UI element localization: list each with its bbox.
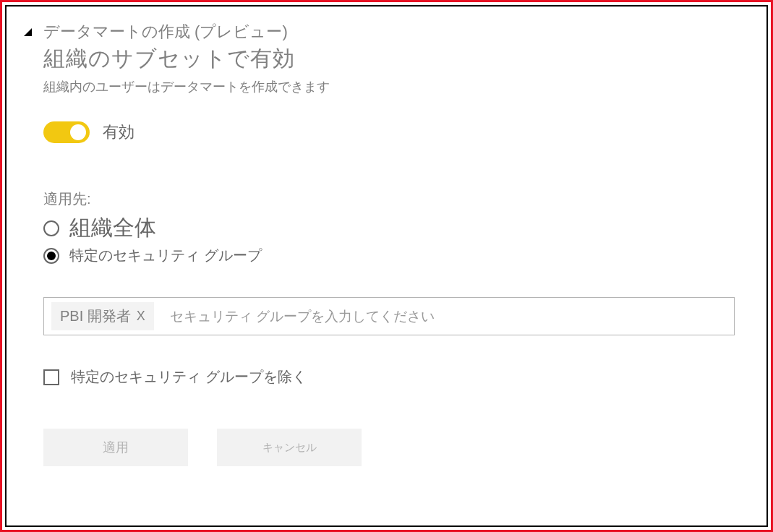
radio-selected-icon (47, 252, 56, 260)
section-description: 組織内のユーザーはデータマートを作成できます (43, 78, 735, 95)
apply-to-label: 適用先: (43, 189, 735, 209)
checkbox-icon (43, 369, 59, 385)
exclude-groups-checkbox[interactable]: 特定のセキュリティ グループを除く (43, 367, 735, 387)
radio-icon (43, 220, 59, 236)
radio-entire-org[interactable]: 組織全体 (43, 213, 735, 243)
radio-icon (43, 248, 59, 264)
cancel-button[interactable]: キャンセル (217, 429, 362, 466)
expand-collapse-icon[interactable] (24, 28, 32, 36)
enabled-toggle-label: 有効 (103, 121, 134, 143)
section-subtitle: 組織のサブセットで有効 (43, 44, 735, 74)
enabled-toggle[interactable] (43, 121, 90, 143)
chip-remove-icon[interactable]: X (137, 309, 145, 324)
exclude-groups-label: 特定のセキュリティ グループを除く (71, 367, 307, 387)
security-group-input-container[interactable]: PBI 開発者 X (43, 297, 735, 335)
toggle-knob (70, 124, 86, 140)
chip-label: PBI 開発者 (60, 306, 131, 326)
security-group-input[interactable] (164, 309, 727, 325)
apply-button[interactable]: 適用 (43, 429, 188, 466)
radio-specific-groups-label: 特定のセキュリティ グループ (69, 246, 262, 265)
radio-specific-groups[interactable]: 特定のセキュリティ グループ (43, 246, 735, 265)
security-group-chip: PBI 開発者 X (51, 302, 154, 330)
radio-entire-org-label: 組織全体 (69, 213, 156, 243)
section-title: データマートの作成 (プレビュー) (43, 21, 735, 43)
